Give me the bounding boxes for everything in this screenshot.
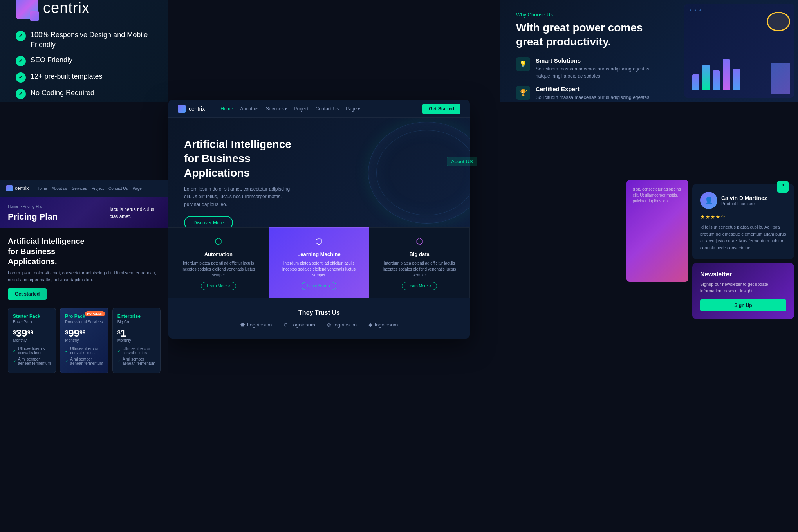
certified-expert-title: Certified Expert	[536, 86, 665, 92]
check-icon-1: ✓	[16, 31, 26, 41]
newsletter-description: Signup our newsletter to get update info…	[700, 281, 786, 294]
why-item-1: 💡 Smart Solutions Sollicitudin massa mae…	[516, 57, 665, 79]
pro-feature-1: Ultrices libero si convallis letus	[65, 346, 103, 355]
automation-title: Automation	[204, 251, 233, 257]
starter-name: Starter Pack	[13, 314, 51, 319]
get-started-button[interactable]: Get started	[8, 288, 47, 300]
extra-mid-right-text: d sit, consectetur adipiscing elit. Ut u…	[626, 180, 688, 210]
nav-page[interactable]: Page	[346, 106, 360, 112]
newsletter-card: Newsletter Signup our newsletter to get …	[692, 263, 794, 319]
feature-list: ✓ 100% Responsive Design and Mobile Frie…	[16, 30, 153, 105]
bar-2	[702, 65, 710, 90]
sign-up-button[interactable]: Sign Up	[700, 299, 786, 311]
learning-desc: Interdum platea potenti ad efficitur iac…	[277, 260, 361, 278]
enterprise-period: Monthly	[117, 338, 155, 343]
service-learning: ⬡ Learning Machine Interdum platea poten…	[269, 227, 370, 298]
pricing-nav-links: Home About us Services Project Contact U…	[36, 186, 141, 191]
why-choose-panel: Why Choose Us With great power comes gre…	[500, 0, 798, 102]
pricing-nav-about[interactable]: About us	[52, 186, 67, 191]
about-us-tag: About US	[447, 157, 477, 166]
check-icon-2: ✓	[16, 56, 26, 66]
pricing-body: Artificial Intelligence for Business App…	[0, 228, 168, 381]
service-automation: ⬡ Automation Interdum platea potenti ad …	[168, 227, 269, 298]
pricing-nav-home[interactable]: Home	[36, 186, 47, 191]
pro-price: $9999	[65, 328, 103, 338]
pricing-panel: centrix Home About us Services Project C…	[0, 180, 168, 532]
automation-learn-btn[interactable]: Learn More >	[201, 282, 236, 290]
pricing-nav-services[interactable]: Services	[72, 186, 87, 191]
enterprise-feature-2: A mi semper aenean fermentum	[117, 357, 155, 366]
starter-feature-2: A mi semper aenean fermentum	[13, 357, 51, 366]
bar-5	[733, 69, 740, 90]
smart-solutions-title: Smart Solutions	[536, 57, 665, 64]
logo-area: centrix	[16, 0, 153, 19]
logo3-icon: ◎	[327, 322, 331, 328]
feature-panel: centrix ✓ 100% Responsive Design and Mob…	[0, 0, 168, 102]
pricing-nav-project[interactable]: Project	[92, 186, 104, 191]
enterprise-name: Enterprise	[117, 314, 155, 319]
main-nav: centrix Home About us Services Project C…	[168, 100, 470, 118]
nav-links: Home About us Services Project Contact U…	[220, 106, 360, 112]
learning-learn-btn[interactable]: Learn More >	[302, 282, 337, 290]
pricing-nav-contact[interactable]: Contact Us	[108, 186, 128, 191]
nav-home[interactable]: Home	[220, 106, 233, 112]
pricing-section-title: Artificial Intelligence for Business App…	[8, 236, 94, 267]
learning-icon: ⬡	[311, 236, 327, 247]
nav-services[interactable]: Services	[266, 106, 287, 112]
hero-title: Artificial Intelligence for Business App…	[184, 137, 302, 180]
quote-icon: "	[777, 181, 789, 193]
bigdata-title: Big data	[410, 251, 430, 257]
feature-item-1: ✓ 100% Responsive Design and Mobile Frie…	[16, 30, 153, 50]
hero-section: Artificial Intelligence for Business App…	[168, 118, 470, 227]
trust-logo-1: ⬟ Logoipsum	[240, 322, 272, 328]
certified-expert-text: Sollicitudin massa maecenas purus adipis…	[536, 94, 665, 102]
nav-cta-button[interactable]: Get Started	[422, 104, 460, 114]
check-icon-4: ✓	[16, 89, 26, 99]
isometric-graphic: ▲ ▲ ▲	[684, 4, 794, 98]
pricing-subtitle: Iaculis netus ridiculus clas amet.	[110, 206, 161, 220]
hero-bg-circle	[368, 122, 470, 224]
smart-solutions-text: Sollicitudin massa maecenas purus adipis…	[536, 65, 665, 79]
nav-project[interactable]: Project	[294, 106, 308, 112]
pricing-nav-page[interactable]: Page	[132, 186, 141, 191]
logo4-icon: ◆	[368, 322, 372, 328]
enterprise-price: $1	[117, 328, 155, 338]
automation-icon: ⬡	[211, 236, 226, 247]
pro-feature-2: A mi semper aenean fermentum	[65, 357, 103, 366]
logo-icon	[16, 0, 38, 19]
bigdata-learn-btn[interactable]: Learn More >	[402, 282, 437, 290]
pricing-nav-logo-icon	[6, 185, 13, 191]
popular-badge: POPULAR	[85, 311, 105, 316]
brand-name: centrix	[43, 0, 90, 16]
bar-4	[723, 59, 730, 90]
bigdata-icon: ⬡	[412, 236, 427, 247]
bar-3	[713, 70, 720, 90]
pro-type: Professional Services	[65, 320, 103, 324]
services-row: ⬡ Automation Interdum platea potenti ad …	[168, 227, 470, 298]
extra-mid-right-panel: d sit, consectetur adipiscing elit. Ut u…	[626, 180, 688, 282]
nav-contact[interactable]: Contact Us	[316, 106, 339, 112]
nav-logo-text: centrix	[189, 106, 205, 112]
discover-more-button[interactable]: Discover More	[184, 216, 233, 227]
nav-about[interactable]: About us	[240, 106, 258, 112]
learning-title: Learning Machine	[297, 251, 341, 257]
feature-item-3: ✓ 12+ pre-built templates	[16, 72, 153, 83]
check-icon-3: ✓	[16, 72, 26, 83]
starter-price: $3999	[13, 328, 51, 338]
nav-logo-icon	[178, 105, 186, 113]
author-name: Calvin D Martinez	[721, 195, 767, 201]
pricing-nav: centrix Home About us Services Project C…	[0, 180, 168, 197]
pro-pack-card: POPULAR Pro Pack Professional Services $…	[60, 308, 108, 373]
testimonial-author: 👤 Calvin D Martinez Product Licensee	[700, 192, 786, 209]
pro-period: Monthly	[65, 338, 103, 343]
logo1-icon: ⬟	[240, 322, 245, 328]
hero-description: Lorem ipsum dolor sit amet, consectetur …	[184, 186, 294, 208]
starter-period: Monthly	[13, 338, 51, 343]
starter-type: Basic Pack	[13, 320, 51, 324]
trust-logos: ⬟ Logoipsum ⊙ Logoipsum ◎ logoipsum ◆ lo…	[240, 322, 398, 328]
pricing-cards: Starter Pack Basic Pack $3999 Monthly Ul…	[8, 308, 161, 373]
bar-chart	[692, 59, 740, 90]
feature-item-4: ✓ No Coding Required	[16, 88, 153, 99]
automation-desc: Interdum platea potenti ad efficitur iac…	[176, 260, 261, 278]
pricing-nav-logo: centrix	[6, 185, 29, 191]
